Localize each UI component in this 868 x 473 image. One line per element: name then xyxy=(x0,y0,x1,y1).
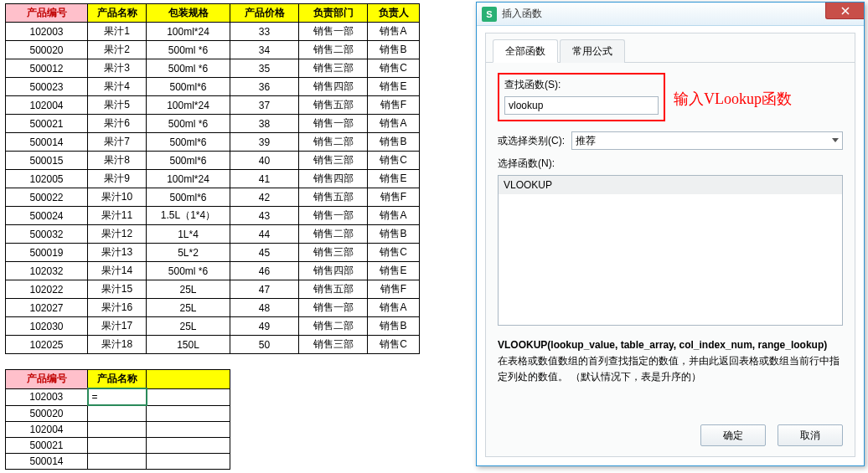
table-cell[interactable]: 38 xyxy=(230,115,299,133)
table-cell[interactable]: 45 xyxy=(230,244,299,262)
table-cell[interactable]: 1L*4 xyxy=(147,225,230,244)
table-cell[interactable]: 销售二部 xyxy=(299,225,368,244)
table-cell[interactable]: 销售F xyxy=(368,96,420,115)
table-cell[interactable]: 500014 xyxy=(6,133,88,152)
table-row[interactable]: 500020果汁2500ml *634销售二部销售B xyxy=(6,41,420,59)
table-cell[interactable]: 40 xyxy=(230,152,299,170)
lookup-blank-cell[interactable] xyxy=(147,388,230,405)
table-cell[interactable]: 销售B xyxy=(368,225,420,244)
table-cell[interactable]: 35 xyxy=(230,59,299,78)
table-cell[interactable]: 销售E xyxy=(368,170,420,188)
lookup-name-cell[interactable]: = xyxy=(88,388,147,405)
table-cell[interactable]: 37 xyxy=(230,96,299,115)
table-cell[interactable]: 果汁14 xyxy=(88,262,147,280)
table-cell[interactable]: 销售一部 xyxy=(299,207,368,225)
table-row[interactable]: 500020 xyxy=(6,405,230,421)
table-cell[interactable]: 46 xyxy=(230,262,299,280)
table-cell[interactable]: 销售三部 xyxy=(299,152,368,170)
table-cell[interactable]: 销售五部 xyxy=(299,188,368,207)
table-cell[interactable]: 500021 xyxy=(6,115,88,133)
table-cell[interactable]: 500015 xyxy=(6,152,88,170)
cancel-button[interactable]: 取消 xyxy=(778,424,843,446)
table-cell[interactable]: 500ml*6 xyxy=(147,152,230,170)
table-cell[interactable]: 1.5L（1*4） xyxy=(147,207,230,225)
lookup-id-cell[interactable]: 102003 xyxy=(6,388,88,405)
table-cell[interactable]: 41 xyxy=(230,170,299,188)
table-cell[interactable]: 销售三部 xyxy=(299,336,368,354)
table-cell[interactable]: 销售一部 xyxy=(299,299,368,317)
table-cell[interactable]: 25L xyxy=(147,280,230,299)
table-row[interactable]: 102005果汁9100ml*2441销售四部销售E xyxy=(6,170,420,188)
table-cell[interactable]: 102005 xyxy=(6,170,88,188)
table-row[interactable]: 102004果汁5100ml*2437销售五部销售F xyxy=(6,96,420,115)
table-cell[interactable]: 50 xyxy=(230,336,299,354)
table-cell[interactable]: 39 xyxy=(230,133,299,152)
lookup-name-cell[interactable] xyxy=(88,437,147,453)
lookup-name-cell[interactable] xyxy=(88,405,147,421)
table-cell[interactable]: 销售F xyxy=(368,188,420,207)
table-row[interactable]: 102022果汁1525L47销售五部销售F xyxy=(6,280,420,299)
table-row[interactable]: 102030果汁1725L49销售二部销售B xyxy=(6,317,420,336)
table-cell[interactable]: 销售E xyxy=(368,78,420,96)
table-cell[interactable]: 销售C xyxy=(368,336,420,354)
table-cell[interactable]: 36 xyxy=(230,78,299,96)
table-row[interactable]: 500024果汁111.5L（1*4）43销售一部销售A xyxy=(6,207,420,225)
table-cell[interactable]: 42 xyxy=(230,188,299,207)
table-cell[interactable]: 102025 xyxy=(6,336,88,354)
table-cell[interactable]: 果汁8 xyxy=(88,152,147,170)
function-list-item[interactable]: VLOOKUP xyxy=(499,176,842,194)
table-cell[interactable]: 销售B xyxy=(368,317,420,336)
table-cell[interactable]: 果汁5 xyxy=(88,96,147,115)
table-row[interactable]: 500021 xyxy=(6,437,230,453)
table-cell[interactable]: 500ml *6 xyxy=(147,262,230,280)
table-row[interactable]: 500032果汁121L*444销售二部销售B xyxy=(6,225,420,244)
table-cell[interactable]: 果汁9 xyxy=(88,170,147,188)
table-cell[interactable]: 销售C xyxy=(368,152,420,170)
table-cell[interactable]: 47 xyxy=(230,280,299,299)
table-cell[interactable]: 果汁4 xyxy=(88,78,147,96)
table-cell[interactable]: 果汁17 xyxy=(88,317,147,336)
table-row[interactable]: 102003= xyxy=(6,388,230,405)
table-cell[interactable]: 销售A xyxy=(368,115,420,133)
lookup-blank-cell[interactable] xyxy=(147,453,230,469)
table-row[interactable]: 102027果汁1625L48销售一部销售A xyxy=(6,299,420,317)
tab-common-formulas[interactable]: 常用公式 xyxy=(560,39,625,63)
lookup-id-cell[interactable]: 500014 xyxy=(6,453,88,469)
function-list[interactable]: VLOOKUP xyxy=(498,175,843,326)
lookup-name-cell[interactable] xyxy=(88,453,147,469)
table-row[interactable]: 102032果汁14500ml *646销售四部销售E xyxy=(6,262,420,280)
table-cell[interactable]: 果汁3 xyxy=(88,59,147,78)
lookup-blank-cell[interactable] xyxy=(147,405,230,421)
table-cell[interactable]: 果汁18 xyxy=(88,336,147,354)
dialog-titlebar[interactable]: S 插入函数 xyxy=(477,3,864,26)
table-cell[interactable]: 销售A xyxy=(368,207,420,225)
table-cell[interactable]: 销售B xyxy=(368,133,420,152)
table-cell[interactable]: 销售五部 xyxy=(299,96,368,115)
table-cell[interactable]: 102003 xyxy=(6,23,88,41)
table-cell[interactable]: 500032 xyxy=(6,225,88,244)
category-select[interactable]: 推荐 xyxy=(571,131,843,150)
table-row[interactable]: 102003果汁1100ml*2433销售一部销售A xyxy=(6,23,420,41)
search-function-input[interactable] xyxy=(504,96,659,115)
lookup-id-cell[interactable]: 102004 xyxy=(6,421,88,437)
table-cell[interactable]: 100ml*24 xyxy=(147,96,230,115)
lookup-blank-cell[interactable] xyxy=(147,421,230,437)
table-cell[interactable]: 500020 xyxy=(6,41,88,59)
table-cell[interactable]: 102004 xyxy=(6,96,88,115)
table-cell[interactable]: 销售C xyxy=(368,244,420,262)
table-row[interactable]: 500015果汁8500ml*640销售三部销售C xyxy=(6,152,420,170)
table-row[interactable]: 102025果汁18150L50销售三部销售C xyxy=(6,336,420,354)
table-cell[interactable]: 销售三部 xyxy=(299,244,368,262)
table-cell[interactable]: 果汁10 xyxy=(88,188,147,207)
table-cell[interactable]: 销售二部 xyxy=(299,41,368,59)
tab-all-functions[interactable]: 全部函数 xyxy=(493,39,558,63)
table-cell[interactable]: 销售四部 xyxy=(299,78,368,96)
table-cell[interactable]: 500ml*6 xyxy=(147,78,230,96)
table-cell[interactable]: 果汁2 xyxy=(88,41,147,59)
table-row[interactable]: 500014 xyxy=(6,453,230,469)
table-cell[interactable]: 25L xyxy=(147,317,230,336)
table-row[interactable]: 500023果汁4500ml*636销售四部销售E xyxy=(6,78,420,96)
table-cell[interactable]: 150L xyxy=(147,336,230,354)
ok-button[interactable]: 确定 xyxy=(700,424,766,446)
table-cell[interactable]: 销售三部 xyxy=(299,59,368,78)
